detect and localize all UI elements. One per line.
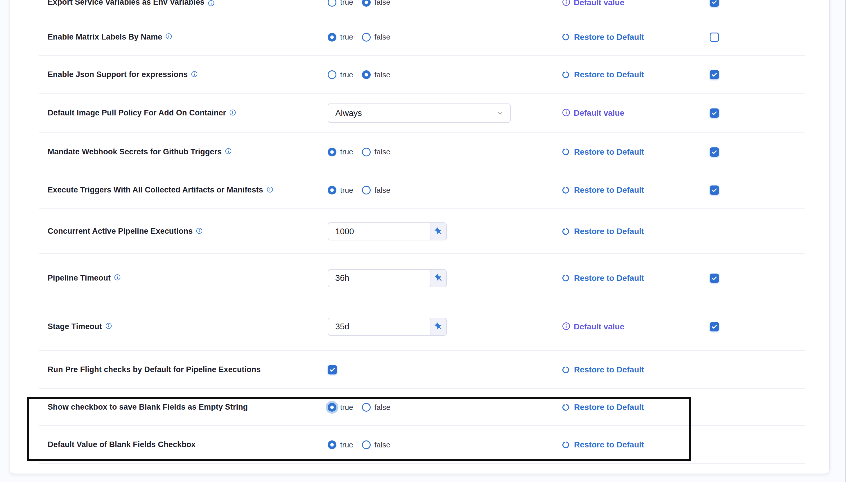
checkmark-icon: [711, 0, 718, 5]
setting-label: Stage Timeout: [48, 322, 102, 331]
info-icon[interactable]: [229, 109, 236, 116]
info-icon[interactable]: [191, 70, 198, 78]
radio-label: true: [340, 186, 353, 195]
radio-label: false: [374, 147, 391, 157]
radio-option-false[interactable]: false: [362, 186, 391, 195]
setting-label-cell: Export Service Variables as Env Variable…: [48, 0, 328, 7]
info-icon[interactable]: [267, 186, 273, 193]
setting-row: Default Image Pull Policy For Add On Con…: [10, 94, 829, 133]
restore-to-default-link[interactable]: Restore to Default: [562, 403, 644, 412]
allow-override-checkbox[interactable]: [710, 0, 719, 7]
allow-override-checkbox[interactable]: [710, 274, 719, 283]
image-pull-policy-select[interactable]: Always: [328, 104, 511, 123]
radio-button[interactable]: [362, 0, 371, 7]
pin-button[interactable]: [431, 270, 446, 287]
setting-text-input[interactable]: [328, 318, 431, 335]
info-icon[interactable]: [105, 322, 112, 330]
default-value-link[interactable]: Default value: [562, 0, 624, 7]
radio-option-true[interactable]: true: [328, 0, 353, 7]
radio-button[interactable]: [362, 148, 371, 157]
radio-option-false[interactable]: false: [362, 441, 391, 449]
radio-option-true[interactable]: true: [328, 70, 353, 79]
action-label: Restore to Default: [574, 70, 644, 79]
default-value-link[interactable]: Default value: [562, 323, 624, 331]
radio-label: true: [340, 0, 353, 7]
setting-action-cell: Restore to Default: [562, 186, 710, 195]
radio-option-true[interactable]: true: [328, 33, 353, 41]
pin-icon: [434, 274, 443, 283]
radio-button[interactable]: [328, 148, 336, 157]
setting-label-cell: Pipeline Timeout: [48, 274, 328, 283]
radio-option-true[interactable]: true: [328, 147, 353, 157]
allow-override-checkbox[interactable]: [710, 70, 719, 79]
allow-override-checkbox[interactable]: [710, 322, 719, 332]
radio-button[interactable]: [362, 33, 371, 41]
radio-option-false[interactable]: false: [362, 70, 391, 79]
radio-option-false[interactable]: false: [362, 403, 391, 412]
allow-override-checkbox[interactable]: [710, 147, 719, 157]
restore-to-default-link[interactable]: Restore to Default: [562, 70, 644, 79]
allow-override-cell: [710, 33, 750, 42]
pin-button[interactable]: [431, 318, 446, 335]
radio-button[interactable]: [328, 441, 336, 449]
right-panel-edge: [845, 0, 868, 482]
setting-action-cell: Default value: [562, 0, 710, 7]
radio-button[interactable]: [362, 70, 371, 79]
radio-button[interactable]: [328, 186, 336, 195]
info-icon[interactable]: [165, 33, 172, 40]
setting-text-input[interactable]: [328, 223, 431, 240]
allow-override-checkbox[interactable]: [710, 186, 719, 195]
info-icon[interactable]: [208, 0, 215, 7]
radio-label: true: [340, 70, 353, 79]
radio-button[interactable]: [328, 70, 336, 79]
default-value-link[interactable]: Default value: [562, 109, 624, 117]
setting-label: Mandate Webhook Secrets for Github Trigg…: [48, 147, 222, 157]
restore-to-default-link[interactable]: Restore to Default: [562, 186, 644, 195]
allow-override-cell: [710, 322, 750, 332]
setting-text-input[interactable]: [328, 270, 431, 287]
setting-row: Pipeline Timeout Restore to Default: [10, 254, 829, 302]
setting-checkbox[interactable]: [328, 365, 337, 374]
radio-button[interactable]: [328, 403, 336, 412]
allow-override-cell: [710, 0, 750, 7]
radio-button[interactable]: [362, 403, 371, 412]
allow-override-cell: [710, 274, 750, 283]
restore-to-default-link[interactable]: Restore to Default: [562, 274, 644, 283]
radio-option-false[interactable]: false: [362, 0, 391, 7]
allow-override-checkbox[interactable]: [710, 33, 719, 42]
restore-icon: [562, 441, 571, 449]
action-label: Restore to Default: [574, 403, 644, 412]
setting-action-cell: Restore to Default: [562, 147, 710, 157]
setting-control-cell: [328, 269, 562, 287]
pin-button[interactable]: [431, 223, 446, 240]
restore-icon: [562, 403, 571, 412]
restore-to-default-link[interactable]: Restore to Default: [562, 441, 644, 449]
restore-to-default-link[interactable]: Restore to Default: [562, 147, 644, 157]
restore-to-default-link[interactable]: Restore to Default: [562, 33, 644, 41]
restore-to-default-link[interactable]: Restore to Default: [562, 227, 644, 236]
restore-to-default-link[interactable]: Restore to Default: [562, 365, 644, 374]
info-icon[interactable]: [562, 108, 570, 117]
setting-row: Default Value of Blank Fields Checkboxtr…: [10, 426, 829, 464]
pin-icon: [434, 322, 443, 331]
info-icon[interactable]: [114, 274, 121, 281]
radio-option-true[interactable]: true: [328, 186, 353, 195]
setting-label: Default Value of Blank Fields Checkbox: [48, 440, 195, 449]
radio-option-false[interactable]: false: [362, 33, 391, 41]
allow-override-checkbox[interactable]: [710, 108, 719, 118]
radio-button[interactable]: [362, 441, 371, 449]
info-icon[interactable]: [196, 227, 203, 234]
info-icon[interactable]: [562, 0, 570, 6]
radio-option-true[interactable]: true: [328, 403, 353, 412]
setting-action-cell: Restore to Default: [562, 403, 710, 412]
radio-button[interactable]: [328, 33, 336, 41]
info-icon[interactable]: [562, 322, 570, 331]
radio-button[interactable]: [328, 0, 336, 7]
restore-icon: [562, 186, 571, 195]
action-label: Default value: [574, 323, 624, 331]
radio-option-false[interactable]: false: [362, 147, 391, 157]
setting-label: Show checkbox to save Blank Fields as Em…: [48, 403, 248, 412]
radio-button[interactable]: [362, 186, 371, 195]
info-icon[interactable]: [225, 148, 232, 155]
radio-option-true[interactable]: true: [328, 441, 353, 449]
